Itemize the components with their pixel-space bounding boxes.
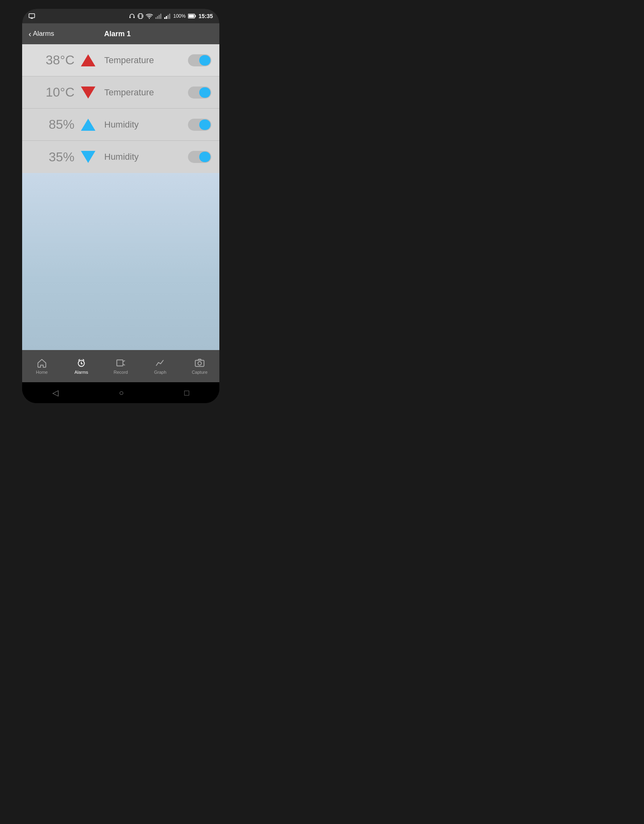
alarm-row: 38°C Temperature — [22, 44, 219, 76]
arrow-up-blue-icon — [80, 119, 96, 131]
svg-rect-24 — [117, 360, 123, 366]
svg-rect-15 — [169, 14, 170, 19]
battery-percent: 100% — [173, 13, 186, 19]
toggle-switch[interactable] — [188, 87, 211, 99]
back-button[interactable]: ‹ Alarms — [29, 29, 54, 39]
toggle-switch[interactable] — [188, 151, 211, 163]
alarm-value: 38°C — [30, 53, 74, 68]
tab-home-label: Home — [36, 370, 47, 375]
alarm-label: Humidity — [104, 119, 188, 130]
alarm-row: 85% Humidity — [22, 109, 219, 141]
screen-icon — [29, 13, 35, 19]
back-label: Alarms — [33, 30, 54, 38]
svg-rect-13 — [166, 16, 167, 19]
alarms-icon — [76, 358, 87, 368]
status-right: 100% 15:35 — [129, 13, 213, 19]
arrow-down-red-icon — [80, 87, 96, 99]
status-time: 15:35 — [198, 13, 213, 19]
tab-record-label: Record — [114, 370, 128, 375]
empty-content-area — [22, 173, 219, 350]
tab-alarms-label: Alarms — [74, 370, 88, 375]
battery-icon — [188, 14, 196, 19]
arrow-down-blue-icon — [80, 151, 96, 163]
page-title: Alarm 1 — [54, 30, 181, 38]
svg-line-23 — [83, 359, 84, 360]
svg-rect-12 — [164, 17, 165, 19]
svg-rect-18 — [189, 15, 194, 18]
svg-rect-14 — [167, 15, 169, 19]
svg-rect-9 — [157, 16, 158, 19]
toggle-thumb — [199, 152, 211, 162]
alarm-list: 38°C Temperature 10°C Temperature — [22, 44, 219, 173]
app-header: ‹ Alarms Alarm 1 — [22, 23, 219, 44]
alarm-label: Humidity — [104, 152, 188, 162]
tab-home[interactable]: Home — [22, 350, 62, 382]
tab-capture-label: Capture — [192, 370, 207, 375]
svg-rect-0 — [29, 14, 35, 18]
status-left — [29, 13, 35, 19]
android-home-button[interactable]: ○ — [119, 388, 124, 398]
svg-rect-1 — [31, 18, 33, 19]
tab-graph-label: Graph — [154, 370, 167, 375]
record-icon — [116, 358, 126, 368]
arrow-up-red-icon — [80, 54, 96, 66]
wifi-icon — [146, 13, 153, 19]
headphones-icon — [129, 13, 135, 19]
content-area: 38°C Temperature 10°C Temperature — [22, 44, 219, 350]
android-nav-bar: ◁ ○ □ — [22, 382, 219, 403]
svg-rect-2 — [130, 16, 131, 18]
vibrate-icon — [138, 13, 143, 19]
alarm-label: Temperature — [104, 55, 188, 66]
svg-rect-11 — [160, 14, 161, 19]
svg-rect-17 — [195, 15, 196, 17]
svg-rect-3 — [134, 16, 135, 18]
status-bar: 100% 15:35 — [22, 9, 219, 23]
tab-capture[interactable]: Capture — [180, 350, 219, 382]
signal2-icon — [164, 13, 171, 19]
alarm-label: Temperature — [104, 87, 188, 98]
svg-rect-10 — [159, 15, 160, 19]
android-back-button[interactable]: ◁ — [52, 388, 58, 398]
toggle-thumb — [199, 119, 211, 130]
tab-graph[interactable]: Graph — [140, 350, 180, 382]
toggle-switch[interactable] — [188, 119, 211, 131]
alarm-value: 85% — [30, 117, 74, 132]
alarm-row: 35% Humidity — [22, 141, 219, 173]
svg-point-7 — [149, 18, 150, 19]
toggle-switch[interactable] — [188, 54, 211, 66]
svg-rect-4 — [139, 14, 142, 19]
capture-icon — [194, 358, 205, 368]
home-icon — [37, 358, 47, 368]
alarm-value: 10°C — [30, 85, 74, 100]
signal1-icon — [155, 13, 162, 19]
back-chevron-icon: ‹ — [29, 29, 31, 39]
tab-bar: Home Alarms Record — [22, 350, 219, 382]
alarm-row: 10°C Temperature — [22, 76, 219, 109]
svg-line-22 — [79, 359, 80, 360]
toggle-thumb — [199, 87, 211, 98]
tab-alarms[interactable]: Alarms — [62, 350, 101, 382]
android-recent-button[interactable]: □ — [184, 388, 189, 398]
alarm-value: 35% — [30, 150, 74, 165]
phone-container: 100% 15:35 ‹ Alarms Alarm 1 38°C — [22, 9, 219, 403]
svg-rect-8 — [155, 17, 157, 19]
toggle-thumb — [199, 55, 211, 66]
svg-point-28 — [198, 362, 202, 365]
tab-record[interactable]: Record — [101, 350, 140, 382]
graph-icon — [155, 358, 165, 368]
